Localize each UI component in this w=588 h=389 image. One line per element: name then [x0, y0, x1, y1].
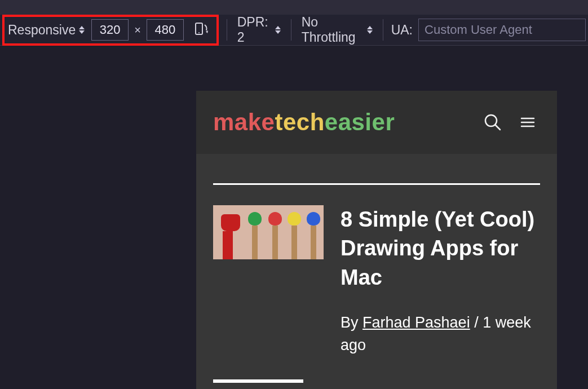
- sort-caret-icon: [367, 26, 373, 34]
- author-link[interactable]: Farhad Pashaei: [362, 314, 470, 331]
- brush-icon: [268, 212, 282, 259]
- article-list-item[interactable]: 8 Simple (Yet Cool) Drawing Apps for Mac…: [213, 205, 540, 357]
- site-body: 8 Simple (Yet Cool) Drawing Apps for Mac…: [196, 154, 557, 389]
- brush-icon: [221, 214, 235, 259]
- brush-icon: [248, 212, 262, 259]
- annotation-highlight: Responsive ×: [2, 15, 219, 46]
- dimension-x-label: ×: [133, 24, 142, 37]
- byline-prefix: By: [341, 314, 362, 331]
- menu-button[interactable]: [515, 110, 540, 135]
- rotate-device-button[interactable]: [188, 19, 213, 41]
- article-thumbnail[interactable]: [213, 205, 324, 259]
- throttling-select[interactable]: No Throttling: [299, 14, 375, 46]
- hamburger-icon: [519, 114, 536, 131]
- article-text-block: 8 Simple (Yet Cool) Drawing Apps for Mac…: [341, 205, 540, 357]
- throttling-label: No Throttling: [302, 15, 364, 45]
- window-chrome-strip: [0, 0, 588, 15]
- device-viewport-area: maketecheasier: [0, 46, 588, 389]
- toolbar-divider: [227, 19, 227, 41]
- article-headline[interactable]: 8 Simple (Yet Cool) Drawing Apps for Mac: [341, 205, 540, 292]
- viewport-height-input[interactable]: [147, 19, 184, 41]
- logo-part-make: make: [213, 109, 275, 135]
- article-divider: [213, 183, 540, 185]
- brush-icon: [288, 212, 301, 259]
- search-button[interactable]: [480, 110, 505, 135]
- ua-label: UA:: [391, 23, 413, 38]
- site-logo[interactable]: maketecheasier: [213, 109, 470, 136]
- viewport-width-input[interactable]: [91, 19, 129, 41]
- device-mode-select[interactable]: Responsive: [6, 21, 87, 39]
- search-icon: [483, 113, 502, 132]
- byline-separator: /: [470, 314, 483, 331]
- dpr-select[interactable]: DPR: 2: [235, 14, 283, 46]
- dpr-label: DPR: 2: [237, 15, 272, 45]
- device-toolbar: Responsive × DPR: 2 No Throttling UA:: [0, 15, 588, 46]
- site-header: maketecheasier: [196, 91, 557, 154]
- previous-article-tail: [213, 154, 540, 183]
- toolbar-divider: [291, 19, 291, 41]
- svg-point-2: [485, 115, 497, 126]
- simulated-device-frame[interactable]: maketecheasier: [196, 91, 557, 389]
- rotate-device-icon: [192, 21, 209, 38]
- svg-point-1: [198, 32, 200, 33]
- device-mode-label: Responsive: [8, 23, 76, 38]
- brush-icon: [307, 212, 320, 259]
- logo-part-easier: easier: [325, 109, 395, 135]
- sort-caret-icon: [79, 26, 85, 34]
- article-byline: By Farhad Pashaei / 1 week ago: [341, 311, 540, 357]
- sort-caret-icon: [275, 26, 281, 34]
- svg-line-3: [496, 125, 500, 130]
- user-agent-input[interactable]: [418, 19, 586, 41]
- toolbar-divider: [383, 19, 383, 41]
- next-article-peek: [213, 379, 303, 383]
- logo-part-tech: tech: [275, 109, 324, 135]
